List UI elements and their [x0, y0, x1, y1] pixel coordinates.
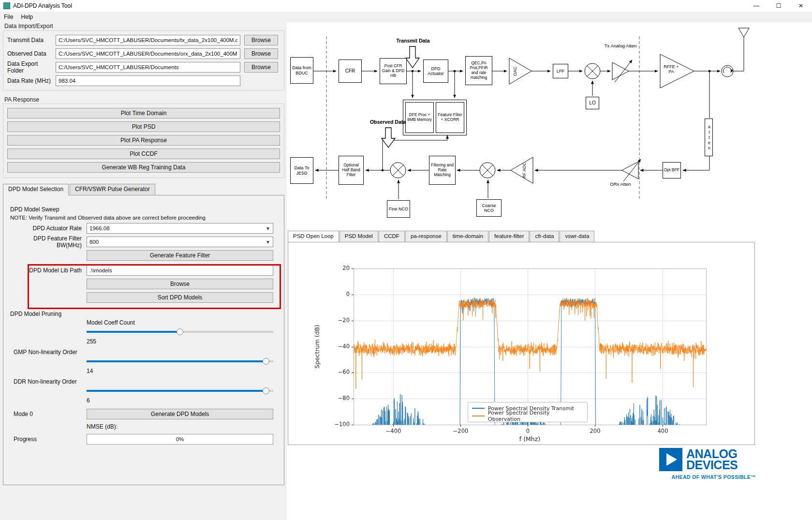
tab-pa-response[interactable]: pa-response [405, 231, 447, 242]
menubar: File Help [0, 12, 812, 22]
dpd-model-lib-path-label: DPD Model Lib Path [10, 267, 82, 274]
plot-legend: Power Spectral Density Transmit Power Sp… [468, 402, 588, 422]
slider-fill [87, 360, 266, 362]
brand-name-line2: DEVICES [686, 460, 738, 471]
dpd-actuator-rate-label: DPD Actuator Rate [10, 225, 82, 232]
analog-devices-logo: ANALOG DEVICES AHEAD OF WHAT'S POSSIBLE™ [659, 448, 756, 480]
generate-dpd-models-button[interactable]: Generate DPD Models [87, 409, 273, 419]
tab-feature-filter[interactable]: feature-filter [489, 231, 529, 242]
legend-label-observation: Power Spectral Density Observation [488, 410, 583, 422]
dac-label: DAC [513, 60, 519, 82]
adi-logo-icon [659, 448, 682, 471]
model-coeff-count-value: 255 [87, 338, 280, 345]
dpd-actuator-rate-value: 1966.08 [89, 225, 110, 231]
diagram-box-opt-bpf: Opt BPF [663, 162, 681, 178]
model-coeff-count-slider[interactable] [87, 328, 273, 335]
diagram-box-lpf: LPF [553, 64, 568, 78]
menu-file[interactable]: File [0, 13, 17, 21]
plot-tab-bar: PSD Open Loop PSD Model CCDF pa-response… [288, 231, 755, 242]
ddr-nonlinearity-order-label: DDR Non-linearity Order [10, 378, 280, 385]
diagram-box-qec: QEC,PA Prot,PFIR and rate matching [465, 56, 492, 85]
dpd-model-pruning-title: DPD Model Pruning [10, 311, 280, 317]
transmit-data-label: Transmit Data [7, 37, 56, 44]
generate-feature-filter-button[interactable]: Generate Feature Filter [87, 250, 273, 261]
model-coeff-count-label: Model Coeff Count [87, 319, 280, 326]
tab-psd-open-loop[interactable]: PSD Open Loop [288, 231, 339, 242]
plot-time-domain-button[interactable]: Plot Time Domain [7, 108, 280, 119]
slider-handle[interactable] [263, 358, 269, 365]
observed-data-annotation: Observed Data [366, 119, 410, 125]
diagram-box-dpd-actuator: DPD Actuator [423, 59, 448, 83]
mode-label: Mode 0 [10, 411, 82, 417]
dpd-feature-filter-bw-value: 800 [89, 239, 99, 245]
plot-pa-response-button[interactable]: Plot PA Response [7, 135, 280, 146]
transmit-data-input[interactable] [56, 35, 240, 45]
slider-fill [87, 331, 180, 333]
observed-data-browse-button[interactable]: Browse [244, 48, 278, 59]
tab-cfr-vswr-pulse-generator[interactable]: CFR/VSWR Pulse Generator [70, 184, 155, 195]
tx-analog-atten-label: Tx Analog Atten [603, 44, 638, 49]
dpd-actuator-rate-select[interactable]: 1966.08 ▼ [87, 223, 273, 234]
transmit-data-annotation: Transmit Data [391, 38, 435, 44]
brand-tagline: AHEAD OF WHAT'S POSSIBLE™ [659, 474, 756, 480]
pa-response-group-label: PA Response [3, 96, 40, 103]
gmp-nonlinearity-order-label: GMP Non-linearity Order [10, 349, 280, 356]
dpd-feature-filter-bw-select[interactable]: 800 ▼ [87, 237, 273, 247]
gmp-nonlinearity-order-slider[interactable] [87, 358, 273, 365]
gmp-nonlinearity-order-value: 14 [87, 368, 280, 374]
slider-track [87, 390, 273, 392]
menu-help[interactable]: Help [17, 13, 37, 21]
data-export-folder-input[interactable] [56, 62, 240, 73]
pa-response-group: Plot Time Domain Plot PSD Plot PA Respon… [3, 104, 284, 178]
left-tab-bar: DPD Model Selection CFR/VSWR Pulse Gener… [3, 184, 156, 195]
tab-cfr-data[interactable]: cfr-data [530, 231, 559, 242]
observed-data-label: Observed Data [7, 50, 56, 57]
diagram-box-half-band: Optional Half Band Filter [339, 156, 364, 185]
maximize-button[interactable]: ☐ [768, 0, 790, 12]
chevron-down-icon: ▼ [266, 226, 270, 231]
tab-vswr-data[interactable]: vswr-data [560, 231, 594, 242]
slider-track [87, 360, 273, 362]
tab-psd-model[interactable]: PSD Model [340, 231, 378, 242]
legend-swatch-transmit [472, 408, 485, 409]
tab-time-domain[interactable]: time-domain [447, 231, 488, 242]
diagram-box-feature-filter-xcorr: Feature Filter + XCORR [436, 102, 464, 133]
dpd-feature-filter-bw-label: DPD Feature Filter BW(MHz) [10, 235, 82, 249]
rf-adc-label: RF ADC [522, 159, 529, 181]
minimize-button[interactable]: — [745, 0, 768, 12]
progress-value: 0% [176, 436, 184, 442]
dpd-block-diagram: Data from BDUC CFR Post CFR Gain & DPD H… [288, 24, 759, 227]
window-title: ADI-DPD Analysis Tool [13, 2, 72, 9]
observed-data-input[interactable] [56, 48, 240, 59]
nmse-label: NMSE (dB): [87, 423, 280, 430]
generate-wb-reg-training-data-button[interactable]: Generate WB Reg Training Data [7, 162, 280, 173]
dpd-model-sweep-title: DPD Model Sweep [10, 206, 280, 213]
data-export-folder-browse-button[interactable]: Browse [244, 62, 278, 73]
titlebar: ADI-DPD Analysis Tool — ☐ ✕ [0, 0, 812, 12]
rffe-pa-label: RFFE + PA [661, 64, 682, 74]
sweep-note: NOTE: Verify Transmit and Observed data … [10, 215, 280, 221]
data-export-folder-label: Data Export Folder [7, 60, 56, 74]
plot-psd-button[interactable]: Plot PSD [7, 121, 280, 132]
slider-handle[interactable] [263, 387, 269, 394]
diagram-box-filtering: Filtering and Rate Matching [429, 156, 456, 185]
sort-dpd-models-button[interactable]: Sort DPD Models [87, 292, 273, 303]
dpd-model-lib-path-input[interactable] [87, 265, 273, 276]
transmit-data-browse-button[interactable]: Browse [244, 35, 278, 45]
diagram-box-coarse-nco: Coarse NCO [476, 199, 502, 217]
diagram-box-data-to-jesd: Data To JESD [290, 157, 313, 184]
diagram-connectors [288, 24, 759, 227]
chevron-down-icon: ▼ [266, 239, 270, 245]
legend-swatch-observation [472, 416, 485, 416]
ddr-nonlinearity-order-slider[interactable] [87, 387, 273, 394]
app-icon [3, 2, 10, 9]
close-button[interactable]: ✕ [790, 0, 812, 12]
tab-ccdf[interactable]: CCDF [379, 231, 405, 242]
data-rate-input[interactable] [56, 75, 240, 86]
model-lib-browse-button[interactable]: Browse [87, 279, 273, 289]
tab-dpd-model-selection[interactable]: DPD Model Selection [3, 184, 69, 195]
diagram-box-lo: LO [586, 97, 599, 109]
slider-handle[interactable] [177, 328, 183, 335]
import-export-group-label: Data Import/Export [3, 23, 54, 30]
plot-ccdf-button[interactable]: Plot CCDF [7, 149, 280, 159]
